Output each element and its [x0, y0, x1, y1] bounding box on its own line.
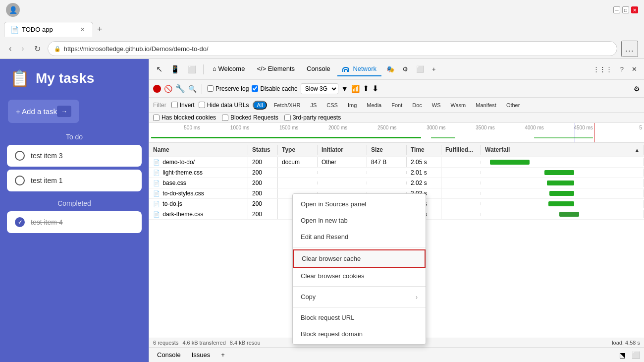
- bottom-tab-console[interactable]: Console: [153, 350, 185, 360]
- devtools-perf-btn[interactable]: 🎭: [383, 63, 397, 75]
- col-size: Size: [367, 145, 407, 155]
- tab-title: TODO app: [22, 26, 75, 33]
- tab-elements[interactable]: </> Elements: [252, 62, 300, 76]
- filter-type-doc[interactable]: Doc: [409, 102, 425, 109]
- browser-more-button[interactable]: ...: [621, 41, 638, 57]
- context-menu-open-tab[interactable]: Open in new tab: [293, 212, 426, 229]
- row-status: 200: [248, 209, 278, 219]
- tab-welcome[interactable]: ⌂ Welcome: [208, 62, 250, 76]
- devtools-help-btn[interactable]: ?: [617, 63, 627, 75]
- bottom-tab-issues[interactable]: Issues: [188, 350, 215, 360]
- filter-type-css[interactable]: CSS: [323, 102, 341, 109]
- filter-type-js[interactable]: JS: [307, 102, 320, 109]
- filter-type-all[interactable]: All: [253, 101, 267, 110]
- row-type: [278, 181, 318, 184]
- bottom-dock-btn[interactable]: ⬔: [619, 351, 626, 359]
- disable-cache-checkbox[interactable]: Disable cache: [252, 85, 297, 92]
- throttle-select[interactable]: Slow 3G: [301, 83, 338, 94]
- throttle-arrow[interactable]: ▼: [341, 85, 348, 93]
- wifi-icon[interactable]: 📶: [351, 85, 360, 93]
- toolbar-separator: [202, 84, 202, 94]
- row-waterfall: [481, 158, 644, 166]
- col-name: Name: [149, 145, 248, 155]
- filter-label: Filter: [153, 102, 166, 109]
- devtools-add-btn[interactable]: +: [429, 63, 439, 75]
- add-task-button[interactable]: + Add a task →: [8, 100, 79, 123]
- task-checkbox[interactable]: [15, 151, 25, 161]
- tl-blue-line: [575, 123, 575, 142]
- row-name: 📄 to-do-styles.css: [149, 188, 248, 198]
- browser-tab[interactable]: 📄 TODO app ✕: [4, 22, 93, 37]
- context-menu-edit-resend[interactable]: Edit and Resend: [293, 229, 426, 245]
- filter-bar: Filter Invert Hide data URLs All Fetch/X…: [149, 98, 644, 113]
- table-row[interactable]: 📄 light-theme.css 200 2.01 s: [149, 168, 644, 178]
- filter-type-other[interactable]: Other: [503, 102, 523, 109]
- has-blocked-cookies-checkbox[interactable]: Has blocked cookies: [153, 114, 216, 121]
- minimize-button[interactable]: ─: [613, 6, 620, 13]
- tl-label: 4500 ms: [544, 125, 593, 130]
- filter-type-ws[interactable]: WS: [429, 102, 444, 109]
- url-bar[interactable]: 🔒 https://microsoftedge.github.io/Demos/…: [48, 41, 617, 56]
- table-row[interactable]: 📄 demo-to-do/ 200 docum Other 847 B 2.05…: [149, 157, 644, 168]
- row-time: 2.02 s: [407, 178, 441, 188]
- col-waterfall: Waterfall ▲: [481, 145, 644, 155]
- record-button[interactable]: [153, 85, 161, 93]
- network-toolbar: 🚫 🔧 🔍 Preserve log Disable cache Slow 3G…: [149, 80, 644, 98]
- filter-type-font[interactable]: Font: [388, 102, 405, 109]
- network-settings-btn[interactable]: ⚙: [634, 85, 640, 93]
- task-checkbox[interactable]: [15, 176, 25, 185]
- new-tab-button[interactable]: +: [93, 22, 107, 37]
- upload-icon[interactable]: ⬆: [363, 84, 369, 93]
- context-menu-clear-cache[interactable]: Clear browser cache: [293, 249, 426, 268]
- search-button[interactable]: 🔍: [188, 85, 197, 93]
- row-fulfilled: [441, 192, 481, 195]
- table-row[interactable]: 📄 base.css 200 2.02 s: [149, 178, 644, 188]
- devtools-cursor-btn[interactable]: ↖: [153, 62, 165, 76]
- task-checkbox-done[interactable]: ✓: [15, 217, 25, 227]
- toolbar-separator: [203, 64, 204, 74]
- filter-type-wasm[interactable]: Wasm: [448, 102, 469, 109]
- tab-network[interactable]: Network: [337, 62, 381, 76]
- devtools-device-btn[interactable]: 📱: [167, 63, 183, 76]
- context-menu-open-sources[interactable]: Open in Sources panel: [293, 196, 426, 212]
- context-menu-copy[interactable]: Copy ›: [293, 289, 426, 305]
- row-name: 📄 light-theme.css: [149, 168, 248, 178]
- back-button[interactable]: ‹: [6, 42, 14, 55]
- refresh-button[interactable]: ↻: [31, 42, 44, 56]
- bottom-tab-add[interactable]: +: [217, 350, 229, 360]
- invert-checkbox[interactable]: Invert: [171, 102, 195, 109]
- tab-console[interactable]: Console: [302, 62, 335, 76]
- clear-button[interactable]: 🚫: [164, 85, 172, 93]
- devtools-layers-btn[interactable]: ⬜: [413, 63, 427, 75]
- list-item[interactable]: ✓ test item 4: [7, 211, 142, 233]
- filter-type-media[interactable]: Media: [364, 102, 384, 109]
- devtools-overflow-btn[interactable]: ⋮⋮⋮: [590, 63, 615, 75]
- devtools-close-btn[interactable]: ✕: [629, 63, 640, 75]
- preserve-log-checkbox[interactable]: Preserve log: [207, 85, 249, 92]
- bottom-expand-btn[interactable]: ⬜: [632, 351, 640, 359]
- maximize-button[interactable]: □: [622, 6, 629, 13]
- list-item[interactable]: test item 1: [7, 170, 142, 191]
- devtools-inspector-btn[interactable]: ⬜: [185, 63, 199, 75]
- filter-toggle-btn[interactable]: 🔧: [175, 84, 185, 93]
- profile-avatar[interactable]: 👤: [6, 3, 20, 17]
- third-party-checkbox[interactable]: 3rd-party requests: [284, 114, 341, 121]
- download-icon[interactable]: ⬇: [372, 84, 378, 93]
- tab-close-button[interactable]: ✕: [78, 25, 87, 34]
- row-type: docum: [278, 157, 318, 167]
- filter-type-img[interactable]: Img: [345, 102, 360, 109]
- filter-type-fetchxhr[interactable]: Fetch/XHR: [271, 102, 304, 109]
- hide-data-urls-checkbox[interactable]: Hide data URLs: [199, 102, 249, 109]
- close-button[interactable]: ✕: [631, 6, 638, 13]
- timeline-green-bar: [151, 137, 642, 138]
- forward-button[interactable]: ›: [18, 42, 27, 55]
- filter-type-manifest[interactable]: Manifest: [473, 102, 499, 109]
- blocked-requests-checkbox[interactable]: Blocked Requests: [222, 114, 278, 121]
- devtools-settings-btn[interactable]: ⚙: [399, 63, 411, 75]
- context-menu-block-url[interactable]: Block request URL: [293, 309, 426, 326]
- tl-label: 4000 ms: [495, 125, 544, 130]
- list-item[interactable]: test item 3: [7, 145, 142, 167]
- context-menu-block-domain[interactable]: Block request domain: [293, 326, 426, 342]
- task-text: test item 1: [31, 177, 63, 184]
- context-menu-clear-cookies[interactable]: Clear browser cookies: [293, 268, 426, 284]
